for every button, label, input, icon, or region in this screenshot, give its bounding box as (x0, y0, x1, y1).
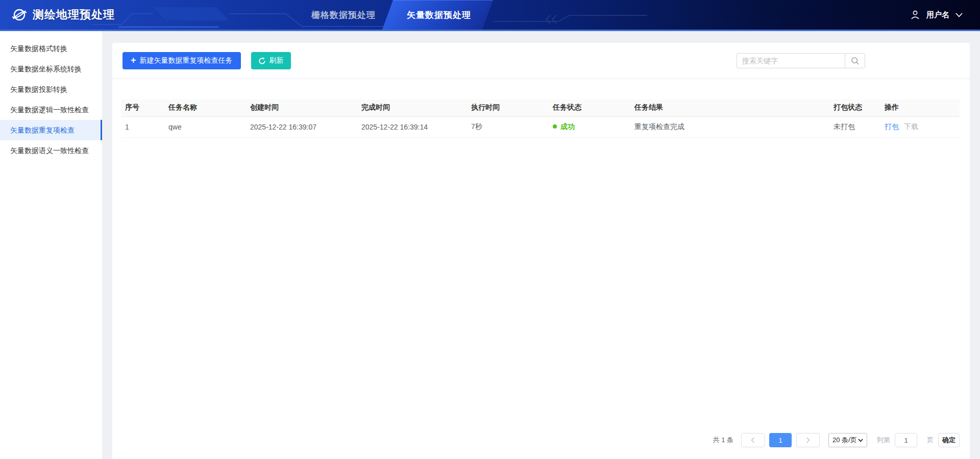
cell-duration: 7秒 (467, 116, 549, 137)
logo-icon (10, 6, 29, 24)
status-dot (553, 124, 557, 129)
cell-status: 成功 (549, 116, 630, 137)
sidebar-item-projection-conversion[interactable]: 矢量数据投影转换 (0, 79, 102, 99)
sidebar-item-duplicate-check[interactable]: 矢量数据重复项检查 (0, 120, 102, 140)
page-size-select[interactable]: 20 条/页 (828, 433, 867, 447)
tab-label: 矢量数据预处理 (407, 9, 471, 21)
main-panel: + 新建矢量数据重复项检查任务 刷新 (112, 43, 970, 459)
cell-finished-time: 2025-12-22 16:39:14 (357, 116, 467, 137)
sidebar-item-logical-consistency-check[interactable]: 矢量数据逻辑一致性检查 (0, 99, 102, 120)
goto-prefix-label: 到第 (877, 436, 890, 445)
col-actions: 操作 (880, 99, 960, 116)
tab-vector-preprocess[interactable]: 矢量数据预处理 (389, 0, 489, 30)
col-task-name: 任务名称 (164, 99, 246, 116)
search-input[interactable] (737, 53, 845, 68)
refresh-icon (258, 57, 266, 65)
status-text: 成功 (560, 122, 575, 131)
new-task-label: 新建矢量数据重复项检查任务 (140, 56, 233, 65)
col-pack-status: 打包状态 (829, 99, 880, 116)
sidebar: 矢量数据格式转换 矢量数据坐标系统转换 矢量数据投影转换 矢量数据逻辑一致性检查… (0, 31, 102, 459)
user-icon (910, 10, 920, 20)
sidebar-item-semantic-consistency-check[interactable]: 矢量数据语义一致性检查 (0, 140, 102, 161)
chevron-down-icon (858, 439, 863, 442)
pack-action-link[interactable]: 打包 (885, 122, 899, 131)
prev-page-button[interactable] (741, 433, 765, 447)
chevron-down-icon (955, 13, 963, 17)
tab-label: 栅格数据预处理 (311, 9, 376, 21)
refresh-label: 刷新 (270, 56, 284, 65)
page-number-button[interactable]: 1 (769, 433, 792, 447)
sidebar-item-format-conversion[interactable]: 矢量数据格式转换 (0, 38, 102, 59)
cell-actions: 打包下载 (880, 116, 960, 137)
col-duration: 执行时间 (467, 99, 549, 116)
app-logo: 测绘地理预处理 (10, 0, 115, 30)
tab-raster-preprocess[interactable]: 栅格数据预处理 (300, 0, 387, 30)
goto-page-input[interactable] (895, 433, 917, 447)
col-created-time: 创建时间 (246, 99, 357, 116)
refresh-button[interactable]: 刷新 (251, 52, 291, 69)
col-finished-time: 完成时间 (357, 99, 467, 116)
next-page-button[interactable] (796, 433, 820, 447)
pagination: 共 1 条 1 20 条/页 到第 页 确定 (713, 433, 960, 447)
toolbar: + 新建矢量数据重复项检查任务 刷新 (112, 43, 970, 79)
table-header-row: 序号 任务名称 创建时间 完成时间 执行时间 任务状态 任务结果 打包状态 操作 (121, 99, 960, 116)
col-status: 任务状态 (549, 99, 630, 116)
user-menu[interactable]: 用户名 (910, 0, 963, 30)
col-index: 序号 (121, 99, 164, 116)
chevron-left-icon (751, 437, 755, 443)
task-table-wrap: 序号 任务名称 创建时间 完成时间 执行时间 任务状态 任务结果 打包状态 操作… (121, 99, 960, 138)
search-group (737, 53, 865, 68)
cell-index: 1 (121, 116, 164, 137)
task-table: 序号 任务名称 创建时间 完成时间 执行时间 任务状态 任务结果 打包状态 操作… (121, 99, 960, 138)
cell-task-name: qwe (164, 116, 246, 137)
goto-confirm-button[interactable]: 确定 (938, 433, 960, 447)
cell-pack-status: 未打包 (829, 116, 880, 137)
page-size-value: 20 条/页 (832, 436, 857, 445)
new-task-button[interactable]: + 新建矢量数据重复项检查任务 (122, 52, 241, 69)
search-icon (851, 57, 860, 65)
sidebar-item-coordinate-conversion[interactable]: 矢量数据坐标系统转换 (0, 59, 102, 79)
pagination-total: 共 1 条 (713, 436, 733, 445)
col-result: 任务结果 (630, 99, 829, 116)
app-title: 测绘地理预处理 (33, 7, 115, 22)
cell-created-time: 2025-12-22 16:39:07 (246, 116, 357, 137)
app-header: 测绘地理预处理 栅格数据预处理 矢量数据预处理 用户名 (0, 0, 980, 31)
download-action-link[interactable]: 下载 (904, 122, 918, 131)
table-row: 1 qwe 2025-12-22 16:39:07 2025-12-22 16:… (121, 116, 960, 137)
cell-result: 重复项检查完成 (630, 116, 829, 137)
plus-icon: + (131, 56, 136, 65)
search-button[interactable] (845, 53, 865, 68)
goto-suffix-label: 页 (927, 436, 934, 445)
chevron-right-icon (806, 437, 810, 443)
username-label: 用户名 (926, 10, 949, 20)
